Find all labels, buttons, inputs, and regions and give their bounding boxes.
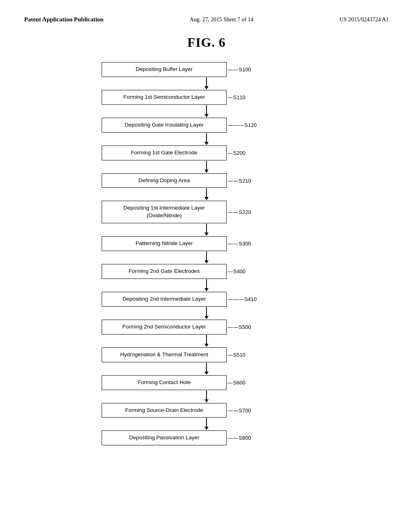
connector-s200 [144,160,269,173]
step-label-s400: —S400 [227,268,245,274]
step-box-s220: Depositing 1st Intermediate Layer(Oxide/… [102,201,227,223]
page: Patent Application Publication Aug. 27, … [0,0,413,532]
step-row-s800: Depositing Passivation Layer——S800 [102,430,311,445]
connector-s400 [144,279,269,292]
step-label-s600: —S600 [227,380,245,386]
step-label-s100: ——S100 [227,66,251,73]
step-box-s500: Forming 2nd Semiconductor Layer [102,320,227,335]
connector-s210 [144,188,269,201]
connector-s220 [144,223,269,236]
connector-s300 [144,251,269,264]
step-label-s410: ———S410 [227,296,257,302]
step-box-s110: Forming 1st Semiconductor Layer [102,90,227,105]
step-label-s700: ——S700 [227,407,251,414]
step-label-s110: —S110 [227,94,245,100]
step-row-s410: Depositing 2nd Intermediate Layer———S410 [102,292,311,307]
step-label-s300: ——S300 [227,241,251,247]
step-box-s300: Patterning Nitride Layer [102,236,227,251]
step-row-s120: Depositing Gate Insulating Layer———S120 [102,118,311,133]
connector-s410 [144,307,269,320]
step-box-s200: Forming 1st Gate Electrode [102,145,227,160]
header-publication: Patent Application Publication [24,16,104,23]
step-row-s600: Forming Contact Hole—S600 [102,375,311,390]
step-row-s500: Forming 2nd Semiconductor Layer——S500 [102,320,311,335]
step-box-s700: Forming Source-Drain Electrode [102,403,227,418]
step-label-s510: —S510 [227,352,245,358]
connector-s500 [144,335,269,347]
step-label-s210: ——S210 [227,178,251,184]
connector-s510 [144,362,269,375]
step-label-s200: —S200 [227,150,245,156]
step-row-s700: Forming Source-Drain Electrode——S700 [102,403,311,418]
header-patent-number: US 2015/0243724 A1 [340,17,389,23]
step-box-s410: Depositing 2nd Intermediate Layer [102,292,227,307]
step-row-s200: Forming 1st Gate Electrode—S200 [102,145,311,160]
flowchart: Depositing Buffer Layer——S100Forming 1st… [102,62,311,445]
step-box-s210: Defining Doping Area [102,173,227,188]
connector-s120 [144,133,269,145]
step-row-s220: Depositing 1st Intermediate Layer(Oxide/… [102,201,311,223]
step-row-s300: Patterning Nitride Layer——S300 [102,236,311,251]
step-label-s500: ——S500 [227,324,251,330]
step-row-s510: Hydrogenation & Thermal Treatment—S510 [102,347,311,362]
step-box-s400: Forming 2nd Gate Electrodes [102,264,227,279]
step-label-s800: ——S800 [227,435,251,441]
connector-s100 [144,77,269,90]
connector-s600 [144,390,269,403]
step-row-s110: Forming 1st Semiconductor Layer—S110 [102,90,311,105]
step-row-s400: Forming 2nd Gate Electrodes—S400 [102,264,311,279]
figure-title: FIG. 6 [24,35,389,50]
step-row-s210: Defining Doping Area——S210 [102,173,311,188]
step-box-s510: Hydrogenation & Thermal Treatment [102,347,227,362]
step-label-s220: ——S220 [227,209,251,215]
step-box-s600: Forming Contact Hole [102,375,227,390]
step-label-s120: ———S120 [227,122,257,128]
connector-s110 [144,105,269,118]
header-date-sheet: Aug. 27, 2015 Sheet 7 of 14 [190,17,253,23]
step-row-s100: Depositing Buffer Layer——S100 [102,62,311,77]
header: Patent Application Publication Aug. 27, … [24,16,389,23]
step-box-s120: Depositing Gate Insulating Layer [102,118,227,133]
step-box-s100: Depositing Buffer Layer [102,62,227,77]
connector-s700 [144,418,269,430]
step-box-s800: Depositing Passivation Layer [102,430,227,445]
